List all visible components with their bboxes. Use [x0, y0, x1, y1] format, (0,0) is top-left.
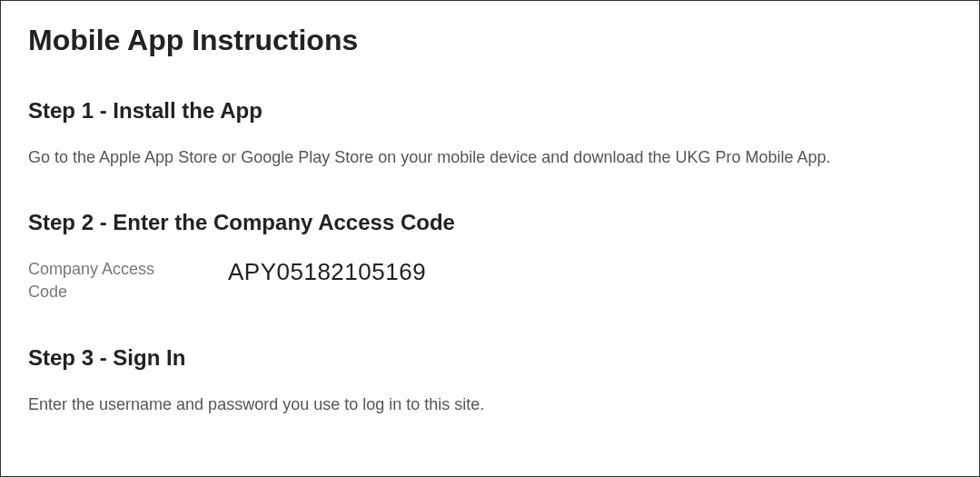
step-1-heading: Step 1 - Install the App: [28, 98, 952, 124]
step-2-heading: Step 2 - Enter the Company Access Code: [28, 210, 952, 235]
step-3-section: Step 3 - Sign In Enter the username and …: [28, 345, 952, 416]
company-access-code-row: Company Access Code APY05182105169: [28, 258, 952, 303]
step-3-description: Enter the username and password you use …: [28, 393, 952, 416]
step-1-section: Step 1 - Install the App Go to the Apple…: [28, 98, 952, 169]
page-title: Mobile App Instructions: [28, 24, 952, 57]
instructions-panel: Mobile App Instructions Step 1 - Install…: [0, 0, 980, 477]
step-3-heading: Step 3 - Sign In: [28, 345, 952, 371]
company-access-code-label: Company Access Code: [28, 258, 169, 303]
company-access-code-value: APY05182105169: [228, 258, 426, 286]
step-2-section: Step 2 - Enter the Company Access Code C…: [28, 210, 952, 303]
step-1-description: Go to the Apple App Store or Google Play…: [28, 146, 952, 169]
